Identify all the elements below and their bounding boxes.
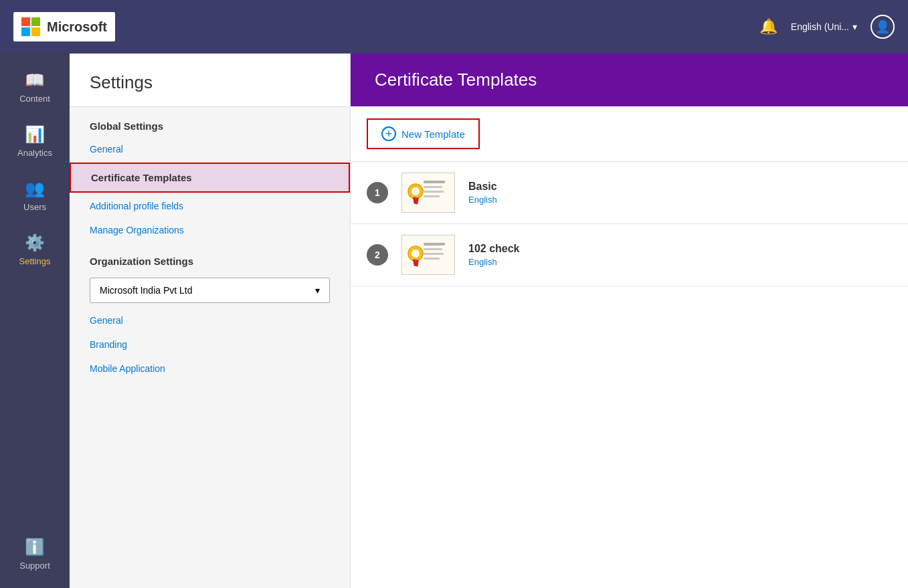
svg-rect-0 [424, 181, 445, 183]
svg-rect-1 [424, 186, 442, 188]
sidebar-item-label-users: Users [23, 202, 46, 212]
template-language: English [468, 257, 892, 267]
main-layout: 📖 Content 📊 Analytics 👥 Users ⚙️ Setting… [0, 54, 908, 588]
svg-rect-10 [424, 253, 444, 255]
notification-bell-icon[interactable]: 🔔 [759, 18, 778, 35]
svg-rect-11 [424, 258, 440, 260]
template-name: Basic [468, 181, 892, 193]
new-template-button[interactable]: + New Template [367, 118, 480, 149]
svg-rect-3 [424, 195, 440, 197]
user-avatar-icon[interactable]: 👤 [871, 15, 895, 39]
content-body: + New Template 1 [351, 106, 908, 588]
chevron-down-icon: ▾ [315, 285, 320, 296]
template-list: 1 [351, 162, 908, 300]
content-icon: 📖 [25, 71, 45, 90]
template-info: Basic English [468, 181, 892, 205]
settings-icon: ⚙️ [25, 233, 45, 252]
svg-rect-2 [424, 191, 444, 193]
svg-point-13 [411, 249, 420, 258]
header-right: 🔔 English (Uni... ▾ 👤 [759, 15, 895, 39]
template-row[interactable]: 2 102 che [351, 224, 908, 286]
language-selector[interactable]: English (Uni... ▾ [791, 21, 857, 32]
microsoft-logo: Microsoft [13, 12, 115, 41]
users-icon: 👥 [25, 179, 45, 198]
sidebar-item-label-support: Support [19, 561, 50, 571]
settings-link-branding[interactable]: Branding [70, 332, 350, 357]
settings-link-additional-profile[interactable]: Additional profile fields [70, 194, 350, 218]
content-area: Certificate Templates + New Template 1 [351, 54, 908, 588]
svg-rect-8 [424, 243, 445, 246]
settings-link-manage-orgs[interactable]: Manage Organizations [70, 218, 350, 242]
user-silhouette-icon: 👤 [875, 19, 890, 34]
sidebar-item-settings[interactable]: ⚙️ Settings [0, 223, 70, 277]
settings-link-org-general[interactable]: General [70, 308, 350, 332]
support-icon: ℹ️ [25, 538, 45, 557]
certificate-template-icon [401, 235, 455, 275]
logo-text: Microsoft [47, 19, 107, 35]
template-number-badge: 2 [367, 244, 388, 266]
language-label: English (Uni... [791, 21, 849, 32]
top-header: Microsoft 🔔 English (Uni... ▾ 👤 [0, 0, 908, 54]
new-template-label: New Template [401, 128, 465, 140]
certificate-template-icon [401, 173, 455, 213]
template-number-badge: 1 [367, 182, 388, 203]
org-settings-label: Organization Settings [70, 242, 350, 272]
settings-active-certificate-templates[interactable]: Certificate Templates [70, 163, 350, 193]
svg-point-5 [411, 187, 420, 196]
org-dropdown-value: Microsoft India Pvt Ltd [100, 285, 193, 296]
settings-link-general[interactable]: General [70, 137, 350, 161]
content-header: Certificate Templates [351, 54, 908, 106]
plus-circle-icon: + [381, 126, 396, 141]
sidebar-bottom: ℹ️ Support [0, 527, 70, 581]
template-info: 102 check English [468, 243, 892, 267]
template-language: English [468, 195, 892, 205]
sidebar-nav: 📖 Content 📊 Analytics 👥 Users ⚙️ Setting… [0, 54, 70, 588]
settings-link-mobile-app[interactable]: Mobile Application [70, 357, 350, 381]
org-dropdown[interactable]: Microsoft India Pvt Ltd ▾ [90, 278, 330, 303]
chevron-down-icon: ▾ [852, 21, 857, 32]
template-name: 102 check [468, 243, 892, 255]
sidebar-item-label-settings: Settings [19, 256, 51, 266]
settings-title: Settings [70, 54, 350, 107]
sidebar-item-support[interactable]: ℹ️ Support [0, 527, 70, 581]
sidebar-item-analytics[interactable]: 📊 Analytics [0, 114, 70, 169]
sidebar-item-label-analytics: Analytics [17, 148, 52, 158]
ms-grid-icon [21, 17, 40, 36]
svg-rect-9 [424, 248, 442, 250]
analytics-icon: 📊 [25, 125, 45, 144]
global-settings-label: Global Settings [70, 107, 350, 137]
sidebar-item-content[interactable]: 📖 Content [0, 60, 70, 114]
template-row[interactable]: 1 [351, 162, 908, 224]
sidebar-item-label-content: Content [19, 94, 50, 104]
sidebar-item-users[interactable]: 👥 Users [0, 169, 70, 223]
settings-panel: Settings Global Settings General Certifi… [70, 54, 351, 588]
